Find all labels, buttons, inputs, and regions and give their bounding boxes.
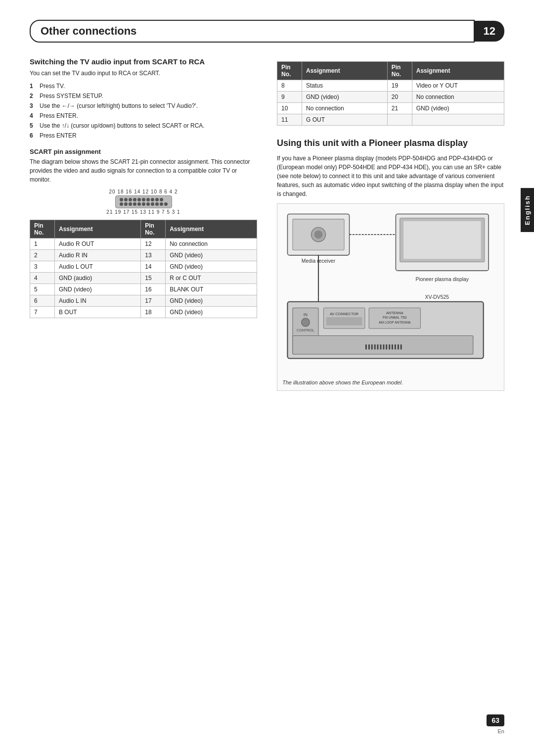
- scart-pin: [164, 202, 168, 206]
- scart-section: SCART pin assignment The diagram below s…: [30, 148, 257, 318]
- scart-body: The diagram below shows the SCART 21-pin…: [30, 157, 257, 184]
- step-num-6: 6: [30, 132, 37, 139]
- step-4: 4 Press ENTER.: [30, 112, 257, 119]
- pin1: 2: [30, 250, 55, 261]
- scart-pin: [129, 202, 132, 206]
- step-2: 2 Press SYSTEM SETUP.: [30, 93, 257, 99]
- assign2: GND (video): [166, 295, 257, 307]
- assign1: Audio L IN: [55, 295, 141, 307]
- assign2: No connection: [412, 92, 504, 103]
- table-header-assign2: Assignment: [412, 62, 504, 80]
- step-text-1: Press TV.: [40, 83, 65, 90]
- device-diagram-svg: Media receiver Pioneer plasma display XV…: [282, 209, 499, 374]
- svg-text:FM UNBAL 75Ω: FM UNBAL 75Ω: [383, 316, 406, 320]
- scart-connector: [115, 195, 172, 208]
- page-number: 63: [487, 714, 504, 726]
- scart-bottom-nums: 21 19 17 15 13 11 9 7 5 3 1: [106, 209, 180, 215]
- assign2: No connection: [166, 238, 257, 250]
- table-row: 1 Audio R OUT 12 No connection: [30, 238, 257, 250]
- svg-text:AV CONNECTOR: AV CONNECTOR: [330, 312, 358, 316]
- step-6: 6 Press ENTER: [30, 132, 257, 139]
- assign1: Audio R IN: [55, 250, 141, 261]
- svg-point-15: [302, 318, 310, 327]
- scart-pin: [160, 198, 163, 201]
- scart-pin: [155, 198, 159, 201]
- svg-text:ANTENNA: ANTENNA: [386, 311, 403, 315]
- svg-text:XV-DV525: XV-DV525: [425, 295, 449, 300]
- pioneer-diagram: Media receiver Pioneer plasma display XV…: [277, 203, 504, 391]
- assign2: GND (video): [412, 103, 504, 114]
- pin2: [387, 114, 412, 126]
- pin1: 4: [30, 273, 55, 284]
- scart-pin: [137, 202, 141, 206]
- pin1: 6: [30, 295, 55, 307]
- svg-rect-8: [403, 221, 481, 259]
- pin1: 9: [277, 92, 302, 103]
- switching-body: You can set the TV audio input to RCA or…: [30, 69, 257, 78]
- assign2: GND (video): [166, 307, 257, 318]
- scart-row-bottom: [120, 202, 168, 206]
- assign2: R or C OUT: [166, 273, 257, 284]
- scart-pin: [142, 202, 145, 206]
- step-1: 1 Press TV.: [30, 83, 257, 90]
- step-3: 3 Use the ←/→ (cursor left/right) button…: [30, 102, 257, 109]
- pin1: 10: [277, 103, 302, 114]
- assign1: Status: [302, 80, 388, 92]
- assign2: BLANK OUT: [166, 284, 257, 295]
- step-text-4: Press ENTER.: [40, 112, 78, 119]
- pin2: 19: [387, 80, 412, 92]
- pin2: 13: [141, 250, 166, 261]
- table-header-pin2: Pin No.: [387, 62, 412, 80]
- left-column: Switching the TV audio input from SCART …: [30, 57, 257, 391]
- assign1: GND (video): [302, 92, 388, 103]
- chapter-number: 12: [475, 21, 504, 42]
- assign2: GND (video): [166, 261, 257, 273]
- step-text-6: Press ENTER: [40, 132, 77, 139]
- scart-row-top: [120, 198, 168, 201]
- step-text-5: Use the ↑/↓ (cursor up/down) buttons to …: [40, 122, 205, 129]
- table-row: 5 GND (video) 16 BLANK OUT: [30, 284, 257, 295]
- pin2: 15: [141, 273, 166, 284]
- step-num-2: 2: [30, 93, 37, 99]
- assign1: Audio L OUT: [55, 261, 141, 273]
- pin1: 7: [30, 307, 55, 318]
- scart-diagram: 20 18 16 14 12 10 8 6 4 2: [30, 189, 257, 215]
- step-5: 5 Use the ↑/↓ (cursor up/down) buttons t…: [30, 122, 257, 129]
- scart-pin: [146, 202, 150, 206]
- svg-text:Pioneer plasma display: Pioneer plasma display: [415, 277, 469, 282]
- svg-text:CONTROL: CONTROL: [297, 329, 314, 333]
- main-content: Switching the TV audio input from SCART …: [30, 57, 504, 391]
- table-header-pin1: Pin No.: [30, 220, 55, 238]
- pin1: 11: [277, 114, 302, 126]
- step-text-3: Use the ←/→ (cursor left/right) buttons …: [40, 102, 198, 109]
- table-row: 6 Audio L IN 17 GND (video): [30, 295, 257, 307]
- scart-top-nums: 20 18 16 14 12 10 8 6 4 2: [109, 189, 178, 194]
- scart-pin: [137, 198, 141, 201]
- scart-pin: [120, 202, 123, 206]
- assign2: [412, 114, 504, 126]
- table-header-assign1: Assignment: [55, 220, 141, 238]
- pin2: 18: [141, 307, 166, 318]
- chapter-title: Other connections: [30, 20, 475, 43]
- step-num-1: 1: [30, 83, 37, 90]
- page-header: Other connections 12: [30, 20, 504, 43]
- pin1: 3: [30, 261, 55, 273]
- switching-title: Switching the TV audio input from SCART …: [30, 57, 257, 66]
- scart-pin: [120, 198, 123, 201]
- step-num-4: 4: [30, 112, 37, 119]
- pin-table-left: Pin No. Assignment Pin No. Assignment 1 …: [30, 220, 257, 318]
- pin1: 8: [277, 80, 302, 92]
- table-header-pin1: Pin No.: [277, 62, 302, 80]
- table-header-assign1: Assignment: [302, 62, 388, 80]
- pin-table-left-body: 1 Audio R OUT 12 No connection 2 Audio R…: [30, 238, 257, 318]
- pioneer-body: If you have a Pioneer plasma display (mo…: [277, 154, 504, 198]
- table-header-assign2: Assignment: [166, 220, 257, 238]
- assign2: Video or Y OUT: [412, 80, 504, 92]
- svg-rect-19: [326, 317, 362, 326]
- assign1: GND (audio): [55, 273, 141, 284]
- pin2: 16: [141, 284, 166, 295]
- table-row: 3 Audio L OUT 14 GND (video): [30, 261, 257, 273]
- svg-text:AM LOOP ANTENNA: AM LOOP ANTENNA: [379, 321, 411, 324]
- pin2: 20: [387, 92, 412, 103]
- assign1: No connection: [302, 103, 388, 114]
